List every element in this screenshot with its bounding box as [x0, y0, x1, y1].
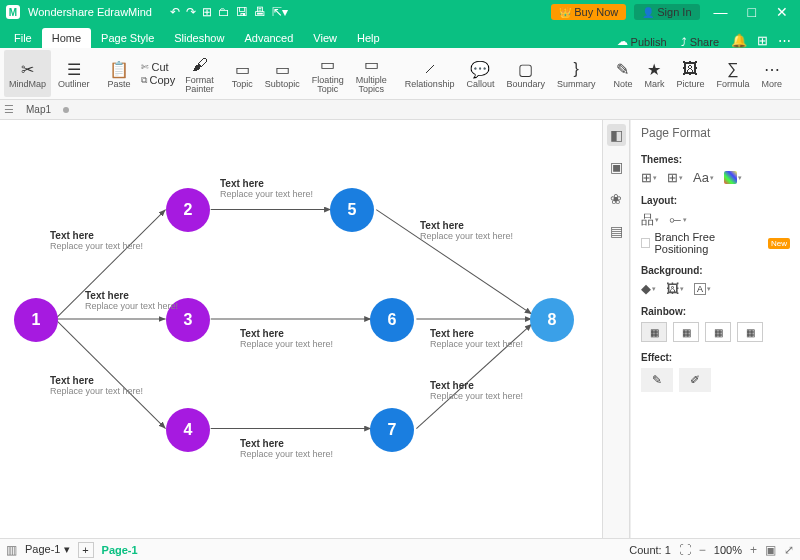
- minimize-button[interactable]: —: [708, 4, 734, 20]
- node-6[interactable]: 6: [370, 298, 414, 342]
- menu-advanced[interactable]: Advanced: [234, 28, 303, 48]
- edge-label[interactable]: Text hereReplace your text here!: [240, 438, 333, 459]
- outline-icon[interactable]: ▤: [607, 220, 626, 242]
- menu-file[interactable]: File: [4, 28, 42, 48]
- help-icon[interactable]: ⋯: [773, 33, 796, 48]
- zoom-out-icon[interactable]: −: [699, 543, 706, 557]
- style-icon[interactable]: ▣: [607, 156, 626, 178]
- fit-icon[interactable]: ⛶: [679, 543, 691, 557]
- node-1[interactable]: 1: [14, 298, 58, 342]
- theme-option-2[interactable]: ⊞▾: [667, 170, 683, 185]
- edge-label[interactable]: Text hereReplace your text here!: [85, 290, 178, 311]
- new-icon[interactable]: ⊞: [202, 5, 212, 19]
- buy-now-button[interactable]: 👑 Buy Now: [551, 4, 626, 20]
- close-button[interactable]: ✕: [770, 4, 794, 20]
- menu-page-style[interactable]: Page Style: [91, 28, 164, 48]
- node-5[interactable]: 5: [330, 188, 374, 232]
- rainbow-opt-3[interactable]: ▦: [705, 322, 731, 342]
- menu-view[interactable]: View: [303, 28, 347, 48]
- bg-image[interactable]: 🖼▾: [666, 281, 684, 296]
- outliner-button[interactable]: ☰Outliner: [53, 50, 95, 97]
- paste-button[interactable]: 📋Paste: [103, 50, 136, 97]
- edge-label[interactable]: Text hereReplace your text here!: [50, 375, 143, 396]
- tabs-list-icon[interactable]: ☰: [4, 103, 14, 116]
- redo-icon[interactable]: ↷: [186, 5, 196, 19]
- subtopic-button[interactable]: ▭Subtopic: [260, 50, 305, 97]
- floating-topic-button[interactable]: ▭Floating Topic: [307, 50, 349, 97]
- picture-button[interactable]: 🖼Picture: [671, 50, 709, 97]
- mark-button[interactable]: ★Mark: [639, 50, 669, 97]
- theme-option-1[interactable]: ⊞▾: [641, 170, 657, 185]
- sign-in-button[interactable]: 👤 Sign In: [634, 4, 699, 20]
- bg-fill[interactable]: ◆▾: [641, 281, 656, 296]
- callout-button[interactable]: 💬Callout: [461, 50, 499, 97]
- topic-button[interactable]: ▭Topic: [227, 50, 258, 97]
- formula-button[interactable]: ∑Formula: [711, 50, 754, 97]
- save-icon[interactable]: 🖫: [236, 5, 248, 19]
- rainbow-opt-2[interactable]: ▦: [673, 322, 699, 342]
- quick-access-toolbar: ↶ ↷ ⊞ 🗀 🖫 🖶 ⇱▾: [170, 5, 288, 19]
- share-button[interactable]: ⤴ Share: [674, 36, 726, 48]
- menu-help[interactable]: Help: [347, 28, 390, 48]
- effect-opt-1[interactable]: ✎: [641, 368, 673, 392]
- apps-icon[interactable]: ⊞: [752, 33, 773, 48]
- boundary-button[interactable]: ▢Boundary: [501, 50, 550, 97]
- menu-home[interactable]: Home: [42, 28, 91, 48]
- format-painter-button[interactable]: 🖌Format Painter: [180, 50, 219, 97]
- undo-icon[interactable]: ↶: [170, 5, 180, 19]
- layout-option-1[interactable]: 品▾: [641, 211, 659, 229]
- cut-button[interactable]: ✄ Cut: [141, 61, 176, 73]
- note-button[interactable]: ✎Note: [608, 50, 637, 97]
- ribbon: ✂MindMap ☰Outliner 📋Paste ✄ Cut ⧉ Copy 🖌…: [0, 48, 800, 100]
- fullscreen-icon[interactable]: ⤢: [784, 543, 794, 557]
- add-page-button[interactable]: +: [78, 542, 94, 558]
- app-logo: M: [6, 5, 20, 19]
- copy-button[interactable]: ⧉ Copy: [141, 74, 176, 86]
- layout-option-2[interactable]: ⟜▾: [669, 212, 687, 228]
- themes-label: Themes:: [641, 154, 790, 165]
- current-page[interactable]: Page-1: [102, 544, 138, 556]
- edge-label[interactable]: Text hereReplace your text here!: [50, 230, 143, 251]
- node-2[interactable]: 2: [166, 188, 210, 232]
- edge-label[interactable]: Text hereReplace your text here!: [240, 328, 333, 349]
- multiple-topics-button[interactable]: ▭Multiple Topics: [351, 50, 392, 97]
- page-select[interactable]: Page-1 ▾: [25, 543, 70, 556]
- effect-label: Effect:: [641, 352, 790, 363]
- org-button[interactable]: 品: [795, 50, 800, 97]
- tab-map1[interactable]: Map1: [20, 102, 57, 117]
- edge-label[interactable]: Text hereReplace your text here!: [220, 178, 313, 199]
- clipart-icon[interactable]: ❀: [607, 188, 625, 210]
- zoom-in-icon[interactable]: +: [750, 543, 757, 557]
- branch-free-checkbox[interactable]: Branch Free PositioningNew: [641, 231, 790, 255]
- menu-slideshow[interactable]: Slideshow: [164, 28, 234, 48]
- notification-icon[interactable]: 🔔: [726, 33, 752, 48]
- title-bar: M Wondershare EdrawMind ↶ ↷ ⊞ 🗀 🖫 🖶 ⇱▾ 👑…: [0, 0, 800, 24]
- edge-label[interactable]: Text hereReplace your text here!: [420, 220, 513, 241]
- node-4[interactable]: 4: [166, 408, 210, 452]
- node-8[interactable]: 8: [530, 298, 574, 342]
- page-format-icon[interactable]: ◧: [607, 124, 626, 146]
- tab-indicator: [63, 107, 69, 113]
- export-icon[interactable]: ⇱▾: [272, 5, 288, 19]
- effect-opt-2[interactable]: ✐: [679, 368, 711, 392]
- publish-button[interactable]: ☁ Publish: [610, 35, 674, 48]
- summary-button[interactable]: }Summary: [552, 50, 601, 97]
- edge-label[interactable]: Text hereReplace your text here!: [430, 328, 523, 349]
- more-button[interactable]: ⋯More: [757, 50, 788, 97]
- bg-watermark[interactable]: A▾: [694, 283, 711, 295]
- theme-color[interactable]: ▾: [724, 171, 742, 184]
- theme-font[interactable]: Aa▾: [693, 170, 714, 185]
- open-icon[interactable]: 🗀: [218, 5, 230, 19]
- rainbow-opt-1[interactable]: ▦: [641, 322, 667, 342]
- canvas[interactable]: 1 2 3 4 5 6 7 8 Text hereReplace your te…: [0, 120, 602, 538]
- relationship-button[interactable]: ⟋Relationship: [400, 50, 460, 97]
- print-icon[interactable]: 🖶: [254, 5, 266, 19]
- rainbow-opt-4[interactable]: ▦: [737, 322, 763, 342]
- mindmap-button[interactable]: ✂MindMap: [4, 50, 51, 97]
- pages-icon[interactable]: ▥: [6, 543, 17, 557]
- maximize-button[interactable]: □: [742, 4, 762, 20]
- view-mode-icon[interactable]: ▣: [765, 543, 776, 557]
- node-7[interactable]: 7: [370, 408, 414, 452]
- zoom-level[interactable]: 100%: [714, 544, 742, 556]
- edge-label[interactable]: Text hereReplace your text here!: [430, 380, 523, 401]
